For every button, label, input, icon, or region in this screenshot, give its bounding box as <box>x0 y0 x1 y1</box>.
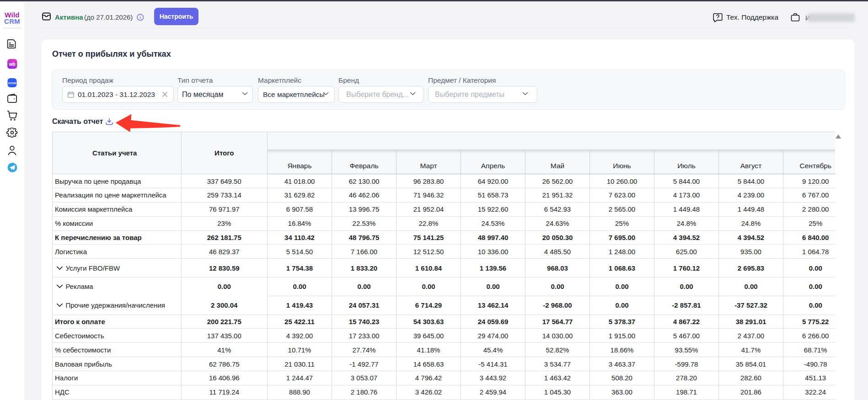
svg-text:OZON: OZON <box>8 82 16 85</box>
svg-text:wb: wb <box>9 62 16 67</box>
